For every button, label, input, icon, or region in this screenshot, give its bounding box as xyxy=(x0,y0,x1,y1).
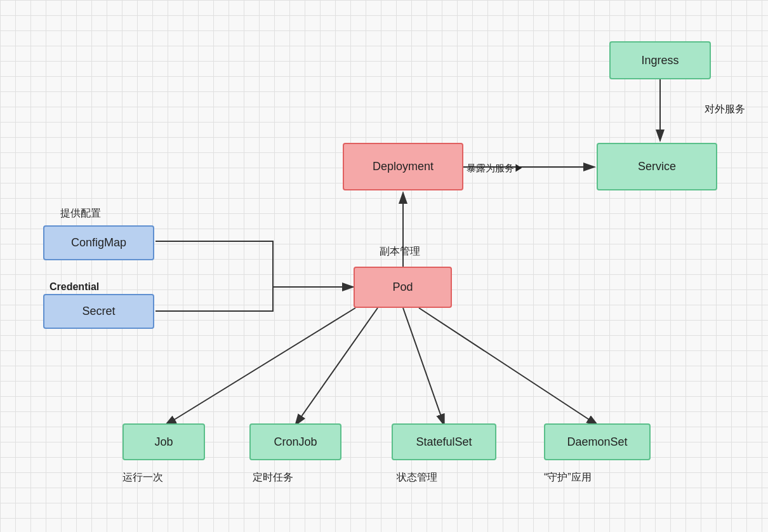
label-provide-config: 提供配置 xyxy=(60,207,101,220)
label-scheduled: 定时任务 xyxy=(253,471,293,484)
pod-node: Pod xyxy=(354,267,452,308)
secret-node: Secret xyxy=(43,294,154,329)
statefulset-label: StatefulSet xyxy=(416,436,472,449)
deployment-label: Deployment xyxy=(373,160,434,173)
label-credential: Credential xyxy=(50,281,99,293)
deployment-node: Deployment xyxy=(343,143,463,190)
label-state-manage: 状态管理 xyxy=(397,471,437,484)
label-expose-as-service: 暴露为服务▶ xyxy=(467,163,524,175)
job-node: Job xyxy=(122,423,205,460)
configmap-label: ConfigMap xyxy=(71,236,126,249)
label-external-service: 对外服务 xyxy=(705,103,745,116)
svg-line-7 xyxy=(403,308,444,425)
service-node: Service xyxy=(597,143,717,190)
service-label: Service xyxy=(638,160,676,173)
arrows-svg xyxy=(0,0,768,532)
svg-line-6 xyxy=(295,308,378,425)
job-label: Job xyxy=(154,436,173,449)
daemonset-label: DaemonSet xyxy=(567,436,627,449)
pod-label: Pod xyxy=(392,281,413,294)
svg-line-8 xyxy=(419,308,598,425)
ingress-label: Ingress xyxy=(641,54,679,67)
daemonset-node: DaemonSet xyxy=(544,423,651,460)
configmap-node: ConfigMap xyxy=(43,225,154,260)
label-run-once: 运行一次 xyxy=(122,471,163,484)
label-guard-app: “守护”应用 xyxy=(544,471,592,484)
statefulset-node: StatefulSet xyxy=(392,423,496,460)
ingress-node: Ingress xyxy=(609,41,711,79)
label-replica-manage: 副本管理 xyxy=(380,245,420,258)
secret-label: Secret xyxy=(82,305,115,318)
diagram-container: Ingress Service Deployment Pod ConfigMap… xyxy=(0,0,768,532)
svg-line-5 xyxy=(165,308,355,425)
cronjob-node: CronJob xyxy=(249,423,341,460)
cronjob-label: CronJob xyxy=(274,436,317,449)
